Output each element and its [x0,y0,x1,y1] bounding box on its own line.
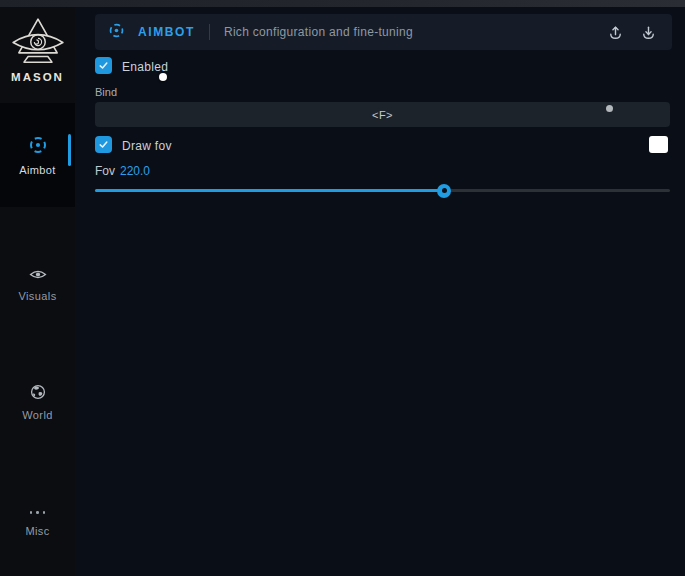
crosshair-icon [108,22,125,43]
fov-slider[interactable] [95,181,670,199]
mouse-cursor-dot [159,73,167,81]
sidebar-item-world[interactable]: World [0,380,75,424]
draw-fov-color-swatch[interactable] [649,136,668,153]
bind-label: Bind [95,86,117,98]
fov-slider-thumb[interactable] [437,184,451,198]
bind-key-input[interactable]: <F> [95,102,670,127]
page-subtitle: Rich configuration and fine-tuning [224,25,413,39]
eye-icon [29,267,47,285]
fov-slider-fill [95,189,444,192]
sidebar-item-label: World [22,409,53,421]
logo-text: MASON [0,71,75,83]
sidebar-item-visuals[interactable]: Visuals [0,262,75,306]
upload-config-button[interactable] [604,21,626,43]
sidebar-item-label: Aimbot [19,164,56,176]
sidebar-item-label: Visuals [18,290,56,302]
download-config-button[interactable] [637,21,659,43]
check-icon [98,136,109,154]
globe-icon [30,384,46,404]
enabled-label: Enabled [122,60,168,74]
drag-handle-dot [606,105,613,112]
fov-label: Fov220.0 [95,164,150,178]
pyramid-eye-logo-icon [0,17,75,69]
active-indicator [68,134,71,166]
page-title: AIMBOT [138,25,195,39]
crosshair-icon [28,135,48,159]
draw-fov-label: Draw fov [122,139,172,153]
divider [209,24,210,40]
sidebar: MASON Aimbot Visuals [0,7,75,576]
sidebar-item-label: Misc [25,525,49,537]
mason-app-window: MASON Aimbot Visuals [0,0,685,576]
page-header: AIMBOT Rich configuration and fine-tunin… [95,14,672,50]
fov-value: 220.0 [120,164,150,178]
sidebar-item-aimbot[interactable]: Aimbot [0,103,75,207]
logo: MASON [0,17,75,83]
check-icon [98,57,109,75]
fov-label-text: Fov [95,164,115,178]
draw-fov-checkbox[interactable] [95,136,112,153]
sidebar-item-misc[interactable]: Misc [0,499,75,543]
enabled-checkbox[interactable] [95,57,112,74]
window-top-edge [0,0,685,7]
ellipsis-icon [30,506,46,520]
